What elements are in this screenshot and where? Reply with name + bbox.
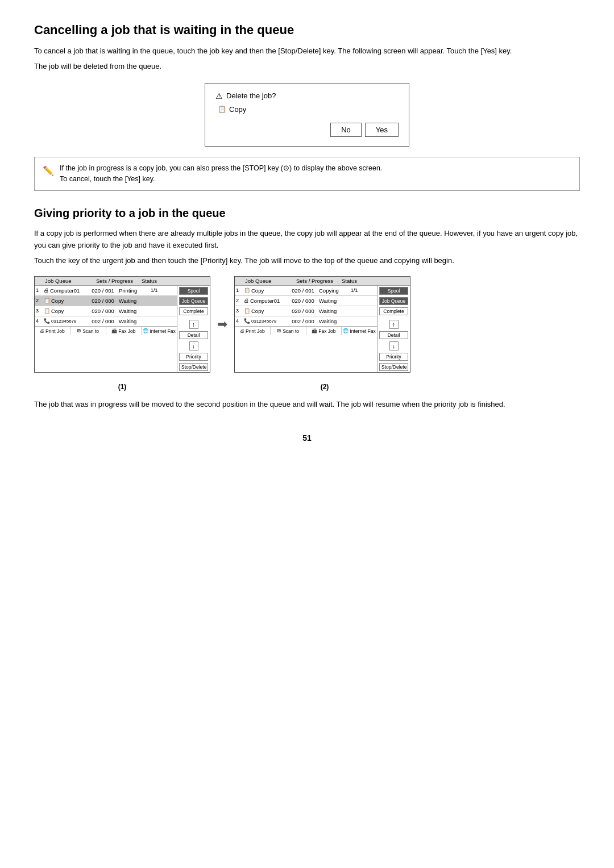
section1-para1: To cancel a job that is waiting in the q… bbox=[34, 45, 580, 57]
priority-btn-1[interactable]: Priority bbox=[179, 353, 208, 361]
diagram-label-2: (2) bbox=[237, 383, 413, 391]
yes-button[interactable]: Yes bbox=[365, 123, 399, 137]
dialog-copy-row: 📋 Copy bbox=[215, 105, 399, 114]
stop-delete-btn-2[interactable]: Stop/Delete bbox=[379, 363, 408, 371]
col-sets-1: Sets / Progress bbox=[96, 278, 142, 284]
note-text: If the job in progress is a copy job, yo… bbox=[60, 163, 382, 185]
up-arrow-1[interactable]: ↑ bbox=[189, 320, 198, 329]
detail-btn-2[interactable]: Detail bbox=[379, 331, 408, 339]
internet-fax-btn-2[interactable]: 🌐Internet Fax bbox=[342, 327, 377, 335]
col-job-queue-2: Job Queue bbox=[245, 278, 296, 284]
col-status-2: Status bbox=[342, 278, 408, 284]
table-row: 1 🖨Computer01 020 / 001 Printing 1/1 bbox=[35, 286, 177, 296]
priority-btn-2[interactable]: Priority bbox=[379, 353, 408, 361]
arrow-between: ➡ bbox=[217, 317, 227, 332]
dialog-title-text: Delete the job? bbox=[226, 91, 276, 100]
table-row: 3 📋Copy 020 / 000 Waiting bbox=[235, 306, 377, 316]
note-box: ✏️ If the job in progress is a copy job,… bbox=[34, 157, 580, 191]
table-row: 4 📞0312345678 002 / 000 Waiting bbox=[235, 316, 377, 327]
section2-para2: Touch the key of the urgent job and then… bbox=[34, 255, 580, 267]
dialog-buttons: No Yes bbox=[215, 123, 399, 137]
down-arrow-1[interactable]: ↓ bbox=[189, 341, 198, 350]
spool-panel-1: Spool Job Queue Complete ↑ Detail ↓ Prio… bbox=[177, 286, 210, 372]
internet-fax-btn-1[interactable]: 🌐Internet Fax bbox=[142, 327, 177, 335]
print-job-btn-1[interactable]: 🖨Print Job bbox=[35, 327, 70, 335]
delete-dialog: ⚠ Delete the job? 📋 Copy No Yes bbox=[205, 83, 409, 147]
queue-jobs-1: 1 🖨Computer01 020 / 001 Printing 1/1 2 📋… bbox=[35, 286, 177, 372]
job-queue-btn-2[interactable]: Job Queue bbox=[379, 297, 408, 305]
queue-footer-2: 🖨Print Job 🖹Scan to 📠Fax Job 🌐Internet F… bbox=[235, 327, 377, 335]
section1-para2: The job will be deleted from the queue. bbox=[34, 61, 580, 73]
spool-btn-2[interactable]: Spool bbox=[379, 287, 408, 295]
warning-icon: ⚠ bbox=[215, 91, 223, 101]
section2-title: Giving priority to a job in the queue bbox=[34, 207, 580, 220]
table-row: 3 📋Copy 020 / 000 Waiting bbox=[35, 306, 177, 316]
up-arrow-2[interactable]: ↑ bbox=[389, 320, 399, 329]
table-row: 2 🖨Computer01 020 / 000 Waiting bbox=[235, 296, 377, 306]
dialog-title-row: ⚠ Delete the job? bbox=[215, 91, 399, 101]
section1-title: Cancelling a job that is waiting in the … bbox=[34, 23, 580, 37]
complete-btn-2[interactable]: Complete bbox=[379, 307, 408, 315]
copy-icon: 📋 bbox=[218, 105, 226, 113]
queue-footer-1: 🖨Print Job 🖹Scan to 📠Fax Job 🌐Internet F… bbox=[35, 327, 177, 335]
scan-to-btn-1[interactable]: 🖹Scan to bbox=[70, 327, 106, 335]
scan-to-btn-2[interactable]: 🖹Scan to bbox=[271, 327, 306, 335]
job-queue-btn-1[interactable]: Job Queue bbox=[179, 297, 208, 305]
queue-header-2: Job Queue Sets / Progress Status bbox=[235, 277, 410, 286]
down-arrow-2[interactable]: ↓ bbox=[389, 341, 399, 350]
stop-delete-btn-1[interactable]: Stop/Delete bbox=[179, 363, 208, 371]
queue-screen-1: Job Queue Sets / Progress Status 1 🖨Comp… bbox=[34, 276, 210, 373]
spool-panel-2: Spool Job Queue Complete ↑ Detail ↓ Prio… bbox=[377, 286, 410, 372]
queue-screen-2: Job Queue Sets / Progress Status 1 📋Copy… bbox=[234, 276, 410, 373]
note-icon: ✏️ bbox=[43, 164, 54, 178]
table-row: 4 📞0312345678 002 / 000 Waiting bbox=[35, 316, 177, 327]
fax-job-btn-2[interactable]: 📠Fax Job bbox=[306, 327, 342, 335]
dialog-copy-label: Copy bbox=[229, 105, 246, 114]
page-number: 51 bbox=[34, 433, 580, 443]
queue-jobs-2: 1 📋Copy 020 / 001 Copying 1/1 2 🖨Compute… bbox=[235, 286, 377, 372]
queue-header-1: Job Queue Sets / Progress Status bbox=[35, 277, 210, 286]
table-row: 2 📋Copy 020 / 000 Waiting bbox=[35, 296, 177, 306]
queue-main-2: 1 📋Copy 020 / 001 Copying 1/1 2 🖨Compute… bbox=[235, 286, 410, 372]
print-job-btn-2[interactable]: 🖨Print Job bbox=[235, 327, 271, 335]
col-status-1: Status bbox=[142, 278, 208, 284]
section2-para1: If a copy job is performed when there ar… bbox=[34, 228, 580, 252]
spool-btn-1[interactable]: Spool bbox=[179, 287, 208, 295]
diagram-label-1: (1) bbox=[34, 383, 210, 391]
complete-btn-1[interactable]: Complete bbox=[179, 307, 208, 315]
no-button[interactable]: No bbox=[330, 123, 362, 137]
fax-job-btn-1[interactable]: 📠Fax Job bbox=[106, 327, 142, 335]
detail-btn-1[interactable]: Detail bbox=[179, 331, 208, 339]
section2-para3: The job that was in progress will be mov… bbox=[34, 399, 580, 411]
queue-diagrams: Job Queue Sets / Progress Status 1 🖨Comp… bbox=[34, 276, 580, 373]
col-job-queue-1: Job Queue bbox=[45, 278, 96, 284]
queue-main-1: 1 🖨Computer01 020 / 001 Printing 1/1 2 📋… bbox=[35, 286, 210, 372]
col-sets-2: Sets / Progress bbox=[296, 278, 342, 284]
table-row: 1 📋Copy 020 / 001 Copying 1/1 bbox=[235, 286, 377, 296]
